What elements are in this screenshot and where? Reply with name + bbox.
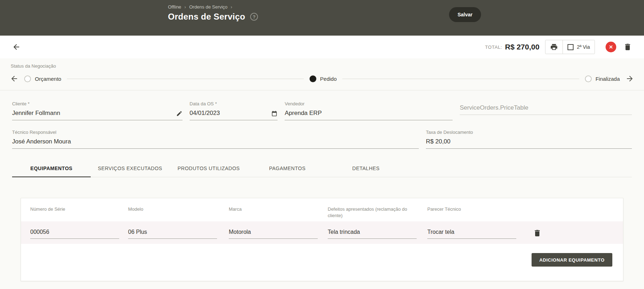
equipment-table-header: Número de Série Modelo Marca Defeitos ap… xyxy=(21,198,623,221)
second-copy-toggle[interactable]: 2ª Via xyxy=(563,40,595,54)
printer-icon xyxy=(550,43,558,51)
edit-pencil-icon[interactable] xyxy=(174,110,183,117)
cancel-order-button[interactable]: ✕ xyxy=(606,42,616,52)
total-value: R$ 270,00 xyxy=(505,43,539,51)
toolbar: TOTAL: R$ 270,00 2ª Via ✕ xyxy=(0,36,644,58)
data-os-input[interactable] xyxy=(190,107,269,120)
step-label: Finalizada xyxy=(596,76,620,82)
step-connector xyxy=(67,79,303,79)
status-stepper: Orçamento Pedido Finalizada xyxy=(0,69,644,90)
parecer-input[interactable] xyxy=(427,227,516,239)
delete-equipment-button[interactable] xyxy=(533,229,542,237)
numero-serie-input[interactable] xyxy=(30,227,119,239)
print-button[interactable] xyxy=(545,40,563,54)
step-label: Pedido xyxy=(320,76,337,82)
order-form: Cliente * Data da OS * Vendedor xyxy=(0,90,644,149)
field-label: Taxa de Deslocamento xyxy=(426,130,632,135)
second-copy-checkbox[interactable] xyxy=(568,44,574,50)
tab-equipamentos[interactable]: EQUIPAMENTOS xyxy=(12,159,91,177)
field-label: Data da OS * xyxy=(190,101,278,106)
column-header-marca: Marca xyxy=(229,206,328,219)
step-circle xyxy=(585,75,592,82)
detail-tabs: EQUIPAMENTOS SERVIÇOS EXECUTADOS PRODUTO… xyxy=(12,159,632,177)
step-pedido[interactable]: Pedido xyxy=(310,75,337,82)
vendedor-input[interactable] xyxy=(285,107,453,120)
trash-icon xyxy=(623,43,632,51)
breadcrumb-separator: › xyxy=(231,4,232,10)
field-vendedor: Vendedor xyxy=(285,101,453,120)
field-taxa-deslocamento: Taxa de Deslocamento xyxy=(426,130,632,149)
tab-produtos-utilizados[interactable]: PRODUTOS UTILIZADOS xyxy=(169,159,248,177)
taxa-input[interactable] xyxy=(426,136,632,148)
second-copy-label: 2ª Via xyxy=(577,44,590,50)
step-finalizada[interactable]: Finalizada xyxy=(585,75,620,82)
marca-input[interactable] xyxy=(229,227,318,239)
defeitos-input[interactable] xyxy=(328,227,417,239)
page-title: Ordens de Serviço xyxy=(168,12,245,22)
app-header: Offline › Ordens de Serviço › Ordens de … xyxy=(0,0,644,36)
tab-pagamentos[interactable]: PAGAMENTOS xyxy=(248,159,327,177)
save-button[interactable]: Salvar xyxy=(449,7,481,22)
add-equipment-button[interactable]: ADICIONAR EQUIPAMENTO xyxy=(532,253,612,267)
close-icon: ✕ xyxy=(609,44,613,50)
tecnico-input[interactable] xyxy=(12,136,419,148)
equipment-card: Número de Série Modelo Marca Defeitos ap… xyxy=(21,198,623,281)
trash-icon xyxy=(533,229,542,237)
modelo-input[interactable] xyxy=(128,227,217,239)
column-header-defeitos: Defeitos apresentados (reclamação do cli… xyxy=(328,206,427,219)
column-header-numero-serie: Número de Série xyxy=(30,206,128,219)
tab-servicos-executados[interactable]: SERVIÇOS EXECUTADOS xyxy=(91,159,169,177)
calendar-icon[interactable] xyxy=(269,110,278,117)
field-price-table xyxy=(460,101,632,120)
next-status-arrow-icon[interactable] xyxy=(625,74,634,83)
tab-detalhes[interactable]: DETALHES xyxy=(327,159,405,177)
total-label: TOTAL: xyxy=(485,44,502,50)
status-section: Status da Negociação Orçamento Pedido Fi… xyxy=(0,58,644,90)
equipment-row xyxy=(21,221,623,244)
field-data-os: Data da OS * xyxy=(190,101,278,120)
field-cliente: Cliente * xyxy=(12,101,183,120)
step-orcamento[interactable]: Orçamento xyxy=(24,75,61,82)
help-icon[interactable]: ? xyxy=(250,13,258,21)
cliente-input[interactable] xyxy=(12,107,174,120)
column-header-parecer: Parecer Técnico xyxy=(427,206,533,219)
field-tecnico: Técnico Responsável xyxy=(12,130,419,149)
step-circle xyxy=(310,75,316,82)
breadcrumb: Offline › Ordens de Serviço › xyxy=(168,4,258,10)
step-label: Orçamento xyxy=(35,76,61,82)
print-via-group: 2ª Via xyxy=(545,40,595,54)
breadcrumb-item-ordens[interactable]: Ordens de Serviço xyxy=(189,4,228,10)
field-label: Cliente * xyxy=(12,101,183,106)
step-circle xyxy=(24,75,31,82)
previous-status-arrow-icon[interactable] xyxy=(10,74,19,83)
field-label: Técnico Responsável xyxy=(12,130,419,135)
column-header-modelo: Modelo xyxy=(128,206,229,219)
field-label: Vendedor xyxy=(285,101,453,106)
breadcrumb-separator: › xyxy=(184,4,186,10)
back-arrow-icon[interactable] xyxy=(12,43,21,51)
status-section-label: Status da Negociação xyxy=(0,63,644,69)
step-connector xyxy=(342,79,579,79)
column-header-actions xyxy=(533,206,614,219)
breadcrumb-item-offline[interactable]: Offline xyxy=(168,4,181,10)
price-table-input[interactable] xyxy=(460,102,632,115)
delete-order-button[interactable] xyxy=(623,43,632,51)
